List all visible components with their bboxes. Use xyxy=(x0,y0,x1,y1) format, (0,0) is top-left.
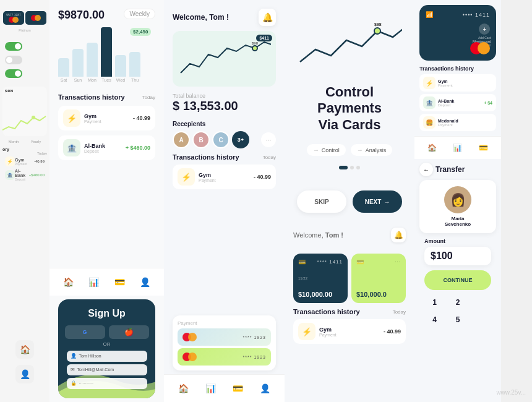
p3-nav-person[interactable]: 👤 xyxy=(257,381,272,396)
skip-button[interactable]: SKIP xyxy=(297,190,346,213)
p2-nav-person[interactable]: 👤 xyxy=(137,275,152,289)
amount-input[interactable]: $100 xyxy=(424,247,491,265)
p5-albank-amount: + $4 xyxy=(484,101,492,105)
p1-txn-label: ory xyxy=(2,147,47,152)
p1-bottom-nav: 🏠 👤 xyxy=(15,340,34,396)
p4-gym-amount: - 40.99 xyxy=(384,328,401,335)
watermark: www.25v... xyxy=(496,389,526,396)
p3-card-number-1: **** 1923 xyxy=(243,335,266,340)
p3-line-chart: $98 xyxy=(178,36,271,79)
p4-card-icon-yellow: 💳 xyxy=(356,259,364,265)
p2-nav-card[interactable]: 💳 xyxy=(112,275,127,289)
p4-tab-analysis[interactable]: → Analysis xyxy=(351,144,393,156)
p4-bell-icon[interactable]: 🔔 xyxy=(391,228,406,242)
amount-label: Amount xyxy=(424,238,491,244)
p5-nav-chart[interactable]: 📊 xyxy=(452,142,464,154)
p2-nav-home[interactable]: 🏠 xyxy=(61,275,76,289)
p5-mcdonald-icon: 🍔 xyxy=(423,116,435,129)
p5-transfer-section: ← Transfer 👩 MariaSevchenko Amount $100 … xyxy=(414,159,501,402)
p3-bottom-nav: 🏠 📊 💳 👤 xyxy=(164,374,285,402)
next-button[interactable]: NEXT → xyxy=(353,190,402,213)
period-yearly[interactable]: Yearly xyxy=(31,140,41,143)
back-button[interactable]: ← xyxy=(419,163,433,176)
bar-sun-label: Sun xyxy=(74,78,82,82)
signup-name-field[interactable]: 👤 Tom Hillson xyxy=(67,351,147,362)
p1-gym-icon: ⚡ xyxy=(5,156,15,166)
p4-card-dark[interactable]: 💳 **** 1411 11/22 $10,000.00 xyxy=(293,254,348,303)
signup-email-field[interactable]: ✉ TomHill@Mail.Com xyxy=(67,364,147,375)
bar-wed-label: Wed xyxy=(116,78,125,82)
p4-card-amount-yellow: $10,000.0 xyxy=(356,291,401,298)
recipient-1-avatar[interactable]: A xyxy=(173,131,190,148)
numpad-key-4[interactable]: 4 xyxy=(424,312,445,327)
numpad-key-2[interactable]: 2 xyxy=(447,295,468,310)
p5-gym-name: Gym xyxy=(438,79,492,83)
signup-password-field[interactable]: 🔒 ············ xyxy=(67,378,147,389)
bar-sun-bar xyxy=(72,49,84,77)
toggle-row-1 xyxy=(5,41,45,52)
period-tabs: Month Yearly xyxy=(2,140,47,143)
continue-button[interactable]: CONTINUE xyxy=(424,270,491,290)
google-signin-button[interactable]: G xyxy=(65,325,105,339)
p5-gym-icon: ⚡ xyxy=(423,77,435,89)
bar-thu-bar xyxy=(129,52,140,77)
p5-nav-card[interactable]: 💳 xyxy=(477,142,489,154)
p5-albank-info: Al-Bank Deposit xyxy=(438,99,481,107)
p4-cards-row: 💳 **** 1411 11/22 $10,000.00 💳 ··· $10,0… xyxy=(293,254,406,303)
p3-balance-value: $ 13,553.00 xyxy=(173,99,276,113)
p2-albank-amount: + $460.00 xyxy=(126,145,150,151)
numpad-key-1[interactable]: 1 xyxy=(424,295,445,310)
p5-mcdonald-name: Mcdonald xyxy=(438,119,492,123)
p5-albank-sub: Deposit xyxy=(438,103,481,107)
p1-home-icon[interactable]: 🏠 xyxy=(15,340,34,359)
signup-or-label: OR xyxy=(103,341,111,347)
p4-dot-3 xyxy=(356,166,360,169)
p3-total-balance: Total balance $ 13,553.00 xyxy=(164,87,285,116)
card-chip-1: 5577 1987 xyxy=(3,11,24,25)
bar-sun: Sun xyxy=(72,49,84,82)
recipient-2-avatar[interactable]: B xyxy=(192,131,210,148)
p3-nav-card[interactable]: 💳 xyxy=(230,381,245,396)
p3-recipients-title: Recepients xyxy=(173,121,276,127)
p2-nav-chart[interactable]: 📊 xyxy=(87,275,101,289)
recipients-more-button[interactable]: 3+ xyxy=(232,131,249,148)
p4-tabs: → Control → Analysis xyxy=(307,144,393,156)
mini-chart-svg xyxy=(2,99,47,136)
toggle-1[interactable] xyxy=(5,42,22,51)
p4-card-yellow[interactable]: 💳 ··· $10,000.0 xyxy=(351,254,406,303)
p2-albank-name: Al-Bank xyxy=(84,143,122,149)
toggle-2[interactable] xyxy=(5,56,22,64)
p5-txn-gym: ⚡ Gym Payment xyxy=(419,74,496,92)
p5-add-card-button[interactable]: + xyxy=(479,24,490,35)
period-selector[interactable]: Weekly xyxy=(124,9,155,19)
numpad-key-6[interactable] xyxy=(471,312,491,327)
p4-tab-control[interactable]: → Control xyxy=(307,144,346,156)
p2-transactions-section: Transactions history Today ⚡ Gym Payment… xyxy=(49,88,164,268)
bar-chart-area: $2,450 Sat Sun Mon Tues Wed xyxy=(56,27,158,88)
card-chip-2 xyxy=(25,11,46,25)
p2-today: Today xyxy=(142,95,155,100)
recipient-3-avatar[interactable]: C xyxy=(212,131,230,148)
period-month[interactable]: Month xyxy=(9,140,19,143)
p4-welcome-text: Welcome, Tom ! xyxy=(293,231,343,239)
p3-transactions: Transactions history Today ⚡ Gym Payment… xyxy=(164,153,285,312)
p3-nav-home[interactable]: 🏠 xyxy=(176,381,191,396)
apple-signin-button[interactable]: 🍎 xyxy=(109,325,149,339)
numpad-key-5[interactable]: 5 xyxy=(447,312,468,327)
p3-gym-info: Gym Payment xyxy=(199,172,250,182)
p3-gym-sub: Payment xyxy=(199,178,250,182)
bar-tues-label: Tues xyxy=(101,78,111,82)
toggle-3[interactable] xyxy=(5,69,22,78)
notification-bell[interactable]: 🔔 xyxy=(259,9,276,26)
svg-text:$98: $98 xyxy=(252,41,259,45)
p3-nav-chart[interactable]: 📊 xyxy=(204,381,218,396)
p3-recipients: Recepients A B C 3+ ··· xyxy=(164,116,285,153)
p1-person-icon[interactable]: 👤 xyxy=(15,365,34,383)
p4-card-icon-dark: 💳 xyxy=(298,259,306,265)
recipients-options-button[interactable]: ··· xyxy=(261,132,276,147)
p3-welcome-name: Tom ! xyxy=(209,13,229,22)
p4-line-chart-svg: $98 xyxy=(297,12,402,74)
numpad-key-3[interactable] xyxy=(471,295,491,310)
p5-nav-home[interactable]: 🏠 xyxy=(426,142,439,154)
p2-albank-sub: Deposit xyxy=(84,149,122,153)
